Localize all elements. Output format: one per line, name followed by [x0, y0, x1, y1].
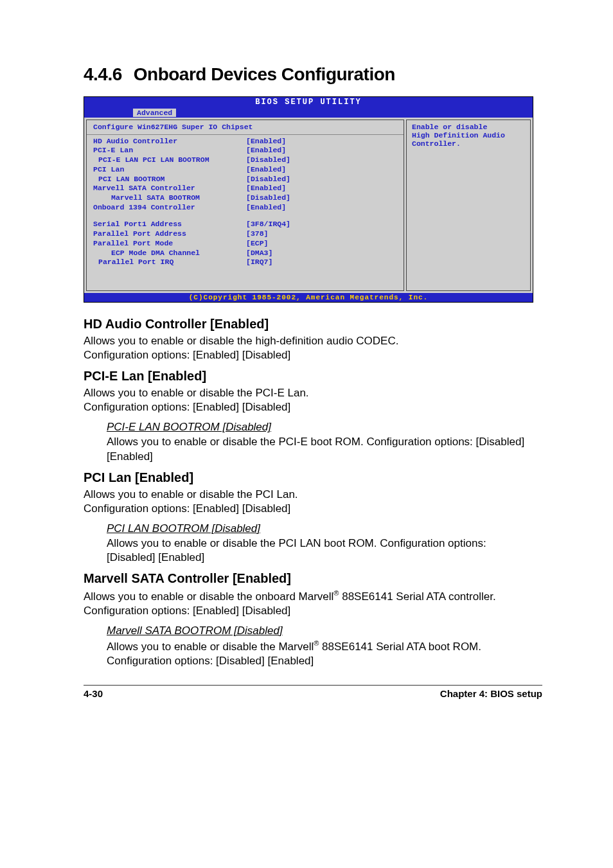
bios-copyright: (C)Copyright 1985-2002, American Megatre… — [84, 293, 533, 302]
bios-help-line: High Definition Audio — [412, 131, 525, 139]
subitem-heading: PCI-E LAN BOOTROM [Disabled] — [107, 421, 536, 434]
bios-left-panel: Configure Win627EHG Super IO Chipset HD … — [86, 120, 404, 291]
bios-item: PCI-E Lan[Enabled] — [93, 146, 397, 155]
subitem-desc: Allows you to enable or disable the Marv… — [107, 639, 536, 668]
bios-divider — [87, 134, 404, 135]
bios-item: ECP Mode DMA Channel[DMA3] — [93, 249, 397, 258]
bios-item: Marvell SATA Controller[Enabled] — [93, 184, 397, 193]
subitem-block: PCI-E LAN BOOTROM [Disabled] Allows you … — [84, 421, 542, 463]
item-heading-marvell-sata: Marvell SATA Controller [Enabled] — [84, 571, 542, 586]
bios-item: Parallel Port Address[378] — [93, 229, 397, 239]
page-number: 4-30 — [84, 688, 103, 699]
bios-item: PCI Lan[Enabled] — [93, 165, 397, 175]
bios-item: PCI LAN BOOTROM[Disabled] — [93, 175, 397, 184]
bios-item: Parallel Port Mode[ECP] — [93, 239, 397, 249]
subitem-desc: Allows you to enable or disable the PCI-… — [107, 435, 536, 463]
page-footer: 4-30 Chapter 4: BIOS setup — [84, 685, 542, 699]
bios-item: HD Audio Controller[Enabled] — [93, 137, 397, 146]
subitem-heading: Marvell SATA BOOTROM [Disabled] — [107, 624, 536, 637]
item-heading-pcie-lan: PCI-E Lan [Enabled] — [84, 369, 542, 384]
item-heading-pci-lan: PCI Lan [Enabled] — [84, 470, 542, 485]
section-number: 4.4.6 — [84, 64, 122, 84]
bios-tab-row: Advanced — [84, 107, 533, 118]
bios-item: Onboard 1394 Controller[Enabled] — [93, 203, 397, 213]
bios-screenshot: BIOS SETUP UTILITY Advanced Configure Wi… — [84, 96, 533, 303]
bios-help-line: Controller. — [412, 139, 525, 148]
item-desc: Allows you to enable or disable the high… — [84, 334, 542, 362]
item-desc: Allows you to enable or disable the PCI … — [84, 488, 542, 516]
subitem-block: Marvell SATA BOOTROM [Disabled] Allows y… — [84, 624, 542, 668]
bios-subheading: Configure Win627EHG Super IO Chipset — [93, 123, 397, 132]
bios-help-line: Enable or disable — [412, 123, 525, 131]
bios-item: Marvell SATA BOOTROM[Disabled] — [93, 193, 397, 203]
item-heading-hd-audio: HD Audio Controller [Enabled] — [84, 317, 542, 332]
bios-item: PCI-E LAN PCI LAN BOOTROM[Disabled] — [93, 155, 397, 165]
section-title-text: Onboard Devices Configuration — [134, 64, 395, 84]
bios-item: Serial Port1 Address[3F8/IRQ4] — [93, 220, 397, 229]
subitem-desc: Allows you to enable or disable the PCI … — [107, 536, 536, 565]
section-heading: 4.4.6Onboard Devices Configuration — [84, 64, 542, 85]
subitem-block: PCI LAN BOOTROM [Disabled] Allows you to… — [84, 522, 542, 565]
bios-tab-advanced: Advanced — [133, 109, 176, 117]
bios-item: Parallel Port IRQ[IRQ7] — [93, 258, 397, 267]
chapter-label: Chapter 4: BIOS setup — [440, 688, 542, 699]
subitem-heading: PCI LAN BOOTROM [Disabled] — [107, 522, 536, 535]
item-desc: Allows you to enable or disable the onbo… — [84, 589, 542, 618]
bios-help-panel: Enable or disable High Definition Audio … — [406, 120, 531, 291]
bios-title: BIOS SETUP UTILITY — [84, 97, 533, 107]
item-desc: Allows you to enable or disable the PCI-… — [84, 386, 542, 414]
